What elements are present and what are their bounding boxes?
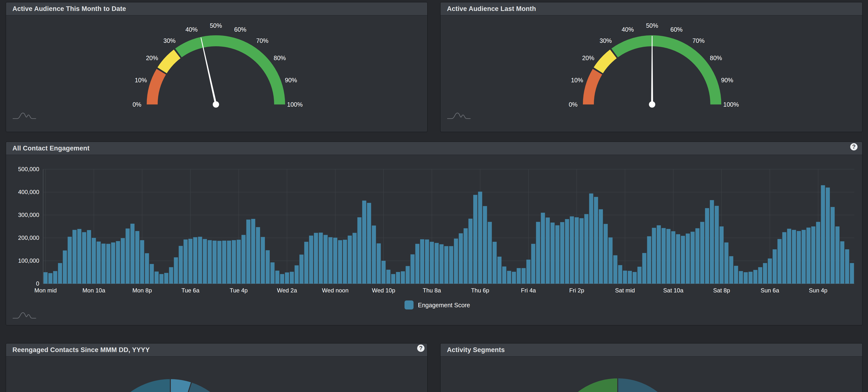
pie-slice: [552, 378, 618, 392]
bar: [145, 253, 149, 284]
bar: [203, 239, 207, 284]
bar: [753, 270, 757, 284]
panel-active-audience-last-month: Active Audience Last Month 0%10%20%30%40…: [440, 2, 863, 132]
legend[interactable]: Engagement Score: [404, 300, 470, 309]
y-axis-tick-label: 500,000: [18, 166, 39, 172]
bar: [609, 237, 613, 284]
bar: [300, 255, 304, 284]
bar: [468, 219, 472, 284]
bar: [792, 230, 796, 284]
bar: [164, 273, 168, 284]
panel-header: Activity Segments: [441, 344, 862, 357]
bar: [130, 224, 134, 284]
x-axis-tick-label: Wed noon: [322, 287, 348, 294]
bar: [526, 260, 530, 284]
bar: [285, 272, 289, 284]
bar: [695, 228, 700, 284]
gauge-band: [147, 69, 166, 104]
bar: [835, 226, 839, 284]
bar: [570, 217, 574, 284]
bar: [116, 241, 120, 284]
gauge-tick-label: 70%: [692, 37, 705, 44]
analytics-dashboard: { "icons": { "help": "?" }, "chart_data"…: [0, 0, 868, 392]
panel-header: All Contact Engagement: [6, 142, 862, 155]
bar: [734, 266, 738, 284]
bar: [464, 228, 468, 284]
bar: [497, 257, 501, 284]
y-axis-tick-label: 100,000: [18, 257, 39, 264]
panel-activity-segments: Activity Segments: [440, 343, 863, 392]
bar: [193, 237, 197, 284]
bar: [348, 236, 352, 284]
x-axis-tick-label: Tue 4p: [230, 287, 248, 294]
bar: [271, 262, 275, 284]
gauge-tick-label: 40%: [622, 26, 634, 33]
bar: [850, 263, 854, 284]
gauge-band: [175, 35, 285, 104]
gauge-tick-label: 50%: [646, 22, 658, 29]
bar: [213, 240, 217, 284]
bar: [358, 217, 362, 284]
bar: [831, 207, 835, 284]
x-axis-tick-label: Wed 10p: [372, 287, 395, 294]
x-axis-tick-label: Sat 10a: [663, 287, 684, 294]
bar: [101, 244, 105, 284]
bar: [261, 237, 265, 284]
bar: [507, 271, 511, 284]
gauge-tick-label: 0%: [132, 101, 141, 108]
help-icon[interactable]: ?: [850, 143, 858, 151]
bar: [720, 226, 724, 284]
bar: [700, 222, 704, 284]
panel-all-contact-engagement: All Contact Engagement ? 0100,000200,000…: [6, 141, 863, 326]
gauge-tick-label: 10%: [135, 77, 147, 84]
bar: [367, 203, 371, 284]
help-icon[interactable]: ?: [417, 345, 425, 352]
bar: [391, 274, 395, 284]
bar: [541, 213, 545, 284]
bar: [208, 240, 212, 284]
bar: [652, 228, 656, 284]
bar: [749, 272, 753, 284]
x-axis-tick-label: Sat mid: [615, 287, 635, 294]
bar: [802, 230, 806, 284]
bar: [768, 259, 772, 284]
bar: [121, 238, 125, 284]
bar: [816, 222, 820, 284]
bar: [517, 268, 521, 284]
x-axis-tick-label: Thu 6p: [471, 287, 489, 294]
bar: [666, 229, 671, 284]
bar: [454, 239, 458, 284]
gauge-tick-label: 40%: [185, 26, 198, 33]
bar: [575, 217, 579, 284]
bar: [560, 222, 564, 284]
bar: [227, 240, 231, 284]
bar: [150, 264, 154, 284]
chart-watermark-icon: [447, 112, 471, 120]
bar: [319, 232, 323, 284]
bar: [386, 270, 391, 284]
bar: [758, 267, 762, 284]
bar: [661, 228, 666, 284]
bar: [377, 243, 381, 284]
gauge-tick-label: 0%: [569, 101, 578, 108]
gauge-tick-label: 80%: [710, 55, 722, 61]
bar: [314, 233, 318, 284]
bar: [806, 228, 810, 284]
x-axis-tick-label: Sun 6a: [761, 287, 779, 294]
bar: [681, 236, 685, 284]
bar: [744, 272, 748, 284]
bar: [478, 192, 482, 284]
gauge-tick-label: 100%: [287, 101, 303, 108]
bar: [546, 218, 550, 284]
x-axis-tick-label: Mon 10a: [82, 287, 105, 294]
panel-title: All Contact Engagement: [12, 144, 89, 152]
bar: [473, 195, 477, 284]
bar: [618, 265, 622, 284]
bar: [222, 240, 226, 284]
bar: [536, 222, 540, 284]
gauge-needle: [200, 37, 217, 105]
gauge-band: [583, 69, 602, 104]
bar: [826, 188, 830, 284]
bar: [329, 237, 333, 284]
bar: [96, 241, 101, 284]
